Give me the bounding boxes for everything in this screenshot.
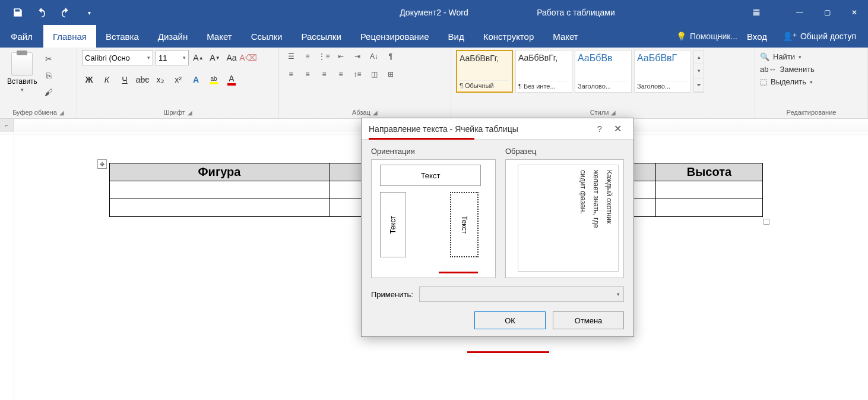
format-painter-icon[interactable]: 🖌 bbox=[42, 86, 55, 99]
styles-group-label: Стили bbox=[590, 109, 609, 116]
font-size-combo[interactable]: 11▾ bbox=[156, 50, 189, 65]
tab-mailings[interactable]: Рассылки bbox=[292, 25, 350, 48]
context-title: Работа с таблицами bbox=[517, 8, 635, 17]
share-label: Общий доступ bbox=[800, 32, 856, 41]
apply-to-combo[interactable]: ▾ bbox=[419, 286, 624, 302]
find-button[interactable]: 🔍Найти▾ bbox=[760, 52, 815, 61]
tab-view[interactable]: Вид bbox=[439, 25, 474, 48]
tab-review[interactable]: Рецензирование bbox=[351, 25, 439, 48]
annotation-underline bbox=[467, 351, 549, 353]
bullets-icon[interactable]: ☰ bbox=[284, 50, 298, 63]
style-heading2[interactable]: АаБбВвГ Заголово... bbox=[634, 50, 691, 93]
styles-more-button[interactable]: ▴▾⏷ bbox=[693, 50, 704, 93]
paragraph-launcher-icon[interactable]: ◢ bbox=[373, 109, 378, 116]
align-left-icon[interactable]: ≡ bbox=[284, 68, 298, 81]
shading-icon[interactable]: ◫ bbox=[367, 68, 381, 81]
redo-icon[interactable] bbox=[55, 3, 76, 22]
cancel-button[interactable]: Отмена bbox=[553, 311, 624, 329]
superscript-button[interactable]: x² bbox=[171, 73, 185, 87]
tab-layout[interactable]: Макет bbox=[197, 25, 241, 48]
table-header-col4[interactable]: Высота bbox=[656, 163, 763, 181]
ok-button[interactable]: ОК bbox=[474, 311, 546, 329]
replace-button[interactable]: ab↔Заменить bbox=[760, 65, 815, 74]
copy-icon[interactable]: ⎘ bbox=[42, 69, 55, 82]
bold-button[interactable]: Ж bbox=[82, 73, 96, 87]
qat-customize-icon[interactable]: ▾ bbox=[78, 3, 100, 22]
italic-button[interactable]: К bbox=[100, 73, 114, 87]
table-cell[interactable] bbox=[656, 181, 763, 199]
table-move-handle-icon[interactable]: ✥ bbox=[97, 159, 107, 169]
cut-icon[interactable]: ✂ bbox=[42, 52, 55, 65]
style-normal[interactable]: АаБбВвГг, ¶ Обычный bbox=[456, 50, 513, 93]
align-center-icon[interactable]: ≡ bbox=[300, 68, 315, 81]
orientation-label: Ориентация bbox=[371, 147, 496, 156]
font-name-combo[interactable]: Calibri (Осно▾ bbox=[82, 50, 153, 65]
clipboard-launcher-icon[interactable]: ◢ bbox=[59, 109, 64, 116]
close-icon[interactable]: ✕ bbox=[841, 4, 868, 21]
strike-button[interactable]: abc bbox=[135, 73, 150, 87]
line-spacing-icon[interactable]: ↕≡ bbox=[350, 68, 365, 81]
sign-in-button[interactable]: Вход bbox=[741, 32, 773, 42]
ribbon: Вставить ▾ ✂ ⎘ 🖌 Буфер обмена◢ Calibri (… bbox=[0, 48, 868, 119]
vertical-ruler[interactable] bbox=[0, 134, 14, 400]
tab-table-design[interactable]: Конструктор bbox=[474, 25, 544, 48]
orientation-text: Текст bbox=[389, 216, 397, 234]
table-cell[interactable] bbox=[110, 181, 330, 199]
style-preview: АаБбВвГг, bbox=[460, 53, 509, 63]
orientation-horizontal[interactable]: Текст bbox=[380, 165, 481, 186]
table-header-col1[interactable]: Фигура bbox=[110, 163, 330, 181]
align-right-icon[interactable]: ≡ bbox=[317, 68, 331, 81]
justify-icon[interactable]: ≡ bbox=[334, 68, 348, 81]
numbering-icon[interactable]: ≡ bbox=[300, 50, 315, 63]
orientation-vertical-down[interactable]: Текст bbox=[450, 192, 479, 257]
orientation-text: Текст bbox=[421, 171, 441, 180]
select-icon: ⬚ bbox=[760, 77, 767, 86]
text-effects-icon[interactable]: A bbox=[189, 73, 203, 87]
dialog-help-icon[interactable]: ? bbox=[591, 124, 609, 134]
highlight-icon[interactable]: ab bbox=[207, 73, 221, 87]
style-heading1[interactable]: АаБбВв Заголово... bbox=[575, 50, 632, 93]
share-button[interactable]: 👤⁺ Общий доступ bbox=[777, 32, 862, 41]
tab-home[interactable]: Главная bbox=[43, 25, 96, 48]
undo-icon[interactable] bbox=[31, 3, 52, 22]
increase-indent-icon[interactable]: ⇥ bbox=[350, 50, 365, 63]
group-font: Calibri (Осно▾ 11▾ A▲ A▼ Aa A⌫ Ж К Ч abc… bbox=[77, 48, 279, 118]
change-case-icon[interactable]: Aa bbox=[224, 51, 239, 65]
style-preview: АаБбВвГг, bbox=[518, 53, 569, 62]
dialog-close-icon[interactable]: ✕ bbox=[609, 123, 626, 134]
save-icon[interactable] bbox=[7, 3, 28, 22]
multilevel-icon[interactable]: ⋮≡ bbox=[317, 50, 331, 63]
font-size-value: 11 bbox=[159, 53, 167, 62]
table-resize-handle-icon[interactable] bbox=[764, 219, 769, 225]
tab-references[interactable]: Ссылки bbox=[242, 25, 292, 48]
sort-icon[interactable]: A↓ bbox=[367, 50, 381, 63]
clear-format-icon[interactable]: A⌫ bbox=[241, 51, 255, 65]
paste-button[interactable]: Вставить ▾ bbox=[5, 50, 40, 95]
font-color-icon[interactable]: A bbox=[224, 73, 239, 87]
grow-font-icon[interactable]: A▲ bbox=[191, 51, 205, 65]
tab-insert[interactable]: Вставка bbox=[96, 25, 148, 48]
subscript-button[interactable]: x₂ bbox=[153, 73, 167, 87]
styles-launcher-icon[interactable]: ◢ bbox=[611, 109, 616, 116]
select-button[interactable]: ⬚Выделить▾ bbox=[760, 77, 815, 86]
tell-me-search[interactable]: 💡 Помощник... bbox=[676, 32, 737, 41]
minimize-icon[interactable]: ― bbox=[786, 4, 813, 21]
tab-table-layout[interactable]: Макет bbox=[543, 25, 587, 48]
underline-button[interactable]: Ч bbox=[118, 73, 132, 87]
tab-selector-icon[interactable]: ⌐ bbox=[0, 119, 14, 132]
ribbon-display-options-icon[interactable] bbox=[752, 8, 761, 17]
maximize-icon[interactable]: ▢ bbox=[813, 4, 841, 21]
show-marks-icon[interactable]: ¶ bbox=[384, 50, 398, 63]
document-title: Документ2 - Word bbox=[400, 8, 468, 17]
decrease-indent-icon[interactable]: ⇤ bbox=[334, 50, 348, 63]
font-launcher-icon[interactable]: ◢ bbox=[188, 109, 192, 116]
tab-file[interactable]: Файл bbox=[0, 25, 43, 48]
table-cell[interactable] bbox=[656, 199, 763, 217]
shrink-font-icon[interactable]: A▼ bbox=[208, 51, 222, 65]
style-no-spacing[interactable]: АаБбВвГг, ¶ Без инте... bbox=[515, 50, 572, 93]
tab-design[interactable]: Дизайн bbox=[148, 25, 197, 48]
borders-icon[interactable]: ⊞ bbox=[384, 68, 398, 81]
annotation-underline bbox=[439, 272, 478, 273]
table-cell[interactable] bbox=[110, 199, 330, 217]
orientation-vertical-up[interactable]: Текст bbox=[380, 192, 406, 257]
